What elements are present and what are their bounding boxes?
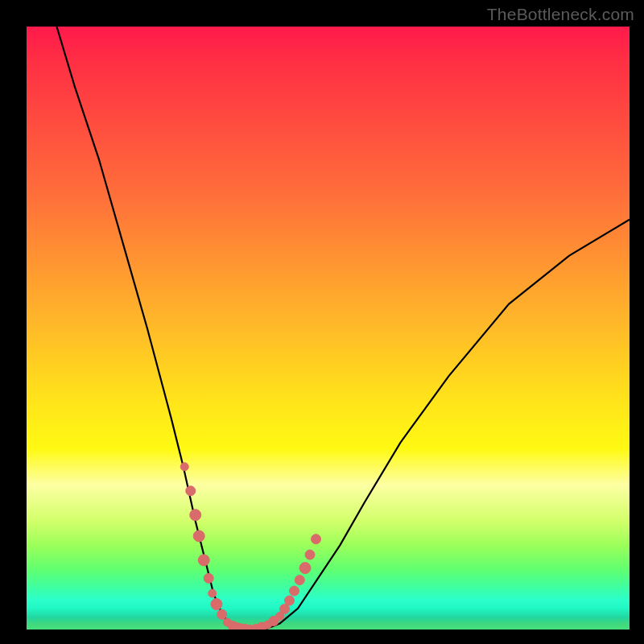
data-dot [190,510,201,521]
data-dot [204,573,213,583]
data-dot [217,609,227,619]
data-dot [299,563,311,574]
bottleneck-curve [56,27,630,630]
data-dot [186,486,196,496]
data-dot [208,589,217,597]
data-dot [280,605,290,614]
data-dot [285,596,295,605]
data-dot [193,530,204,542]
data-dot [198,555,209,566]
chart-frame [27,27,630,630]
data-dot [180,463,188,471]
curve-plot-svg [27,27,630,630]
data-dot [290,586,299,596]
data-dot [312,535,321,544]
data-dot [211,599,222,610]
watermark-label: TheBottleneck.com [487,5,634,24]
data-dot [305,550,315,559]
data-dot [295,576,304,585]
